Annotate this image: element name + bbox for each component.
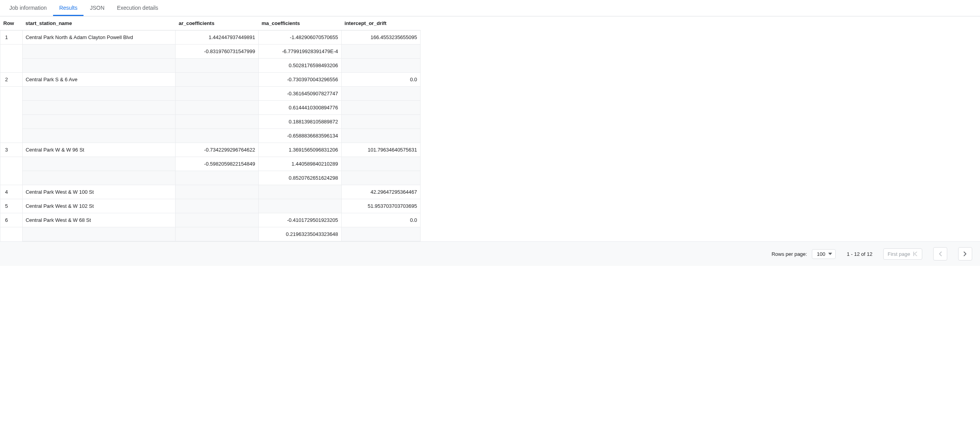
- cell-intercept-or-drift: [341, 171, 420, 185]
- row-number: [0, 129, 23, 143]
- cell-ar-coefficients: [176, 115, 259, 129]
- cell-ar-coefficients: [176, 87, 259, 101]
- cell-ma-coefficients: 0.1881398105889872: [258, 115, 341, 129]
- row-number: 5: [0, 199, 23, 213]
- table-row: 0.1881398105889872: [0, 115, 421, 129]
- cell-intercept-or-drift: [341, 101, 420, 115]
- col-intercept-or-drift[interactable]: intercept_or_drift: [341, 16, 420, 30]
- cell-start-station-name: [22, 59, 176, 73]
- col-ma-coefficients[interactable]: ma_coefficients: [258, 16, 341, 30]
- first-page-label: First page: [888, 251, 910, 257]
- cell-ar-coefficients: [176, 185, 259, 199]
- cell-ma-coefficients: -0.6588836683596134: [258, 129, 341, 143]
- cell-intercept-or-drift: [341, 129, 420, 143]
- col-start-station-name[interactable]: start_station_name: [22, 16, 176, 30]
- table-row: -0.59820598221548491.440589840210289: [0, 157, 421, 171]
- prev-page-button[interactable]: [933, 247, 947, 261]
- cell-ar-coefficients: [176, 199, 259, 213]
- cell-start-station-name: [22, 171, 176, 185]
- table-footer: Rows per page: 100 1 - 12 of 12 First pa…: [0, 241, 980, 266]
- first-page-icon: [913, 251, 918, 257]
- cell-ma-coefficients: -0.7303970043296556: [258, 73, 341, 87]
- cell-intercept-or-drift: [341, 157, 420, 171]
- results-table-wrap: Row start_station_name ar_coefficients m…: [0, 16, 421, 241]
- cell-ma-coefficients: [258, 199, 341, 213]
- cell-intercept-or-drift: 0.0: [341, 213, 420, 227]
- cell-start-station-name: [22, 129, 176, 143]
- cell-ar-coefficients: -0.8319760731547999: [176, 45, 259, 59]
- cell-intercept-or-drift: [341, 45, 420, 59]
- cell-ar-coefficients: [176, 73, 259, 87]
- chevron-left-icon: [938, 251, 942, 257]
- cell-start-station-name: [22, 101, 176, 115]
- cell-start-station-name: [22, 45, 176, 59]
- tab-job-information[interactable]: Job information: [3, 0, 53, 16]
- cell-ma-coefficients: -6.779919928391479E-4: [258, 45, 341, 59]
- cell-ma-coefficients: -0.3616450907827747: [258, 87, 341, 101]
- cell-ar-coefficients: [176, 227, 259, 241]
- cell-intercept-or-drift: 166.4553235655095: [341, 30, 420, 45]
- rows-per-page-select[interactable]: 100: [812, 249, 836, 259]
- cell-ar-coefficients: [176, 101, 259, 115]
- cell-ma-coefficients: 0.5028176598493206: [258, 59, 341, 73]
- table-row: 6Central Park West & W 68 St-0.410172950…: [0, 213, 421, 227]
- row-number: 1: [0, 30, 23, 45]
- cell-ar-coefficients: 1.442447937449891: [176, 30, 259, 45]
- table-row: -0.3616450907827747: [0, 87, 421, 101]
- cell-intercept-or-drift: [341, 59, 420, 73]
- table-row: 4Central Park West & W 100 St42.29647295…: [0, 185, 421, 199]
- results-table: Row start_station_name ar_coefficients m…: [0, 16, 421, 241]
- cell-start-station-name: Central Park S & 6 Ave: [22, 73, 176, 87]
- cell-start-station-name: Central Park West & W 102 St: [22, 199, 176, 213]
- row-number: [0, 227, 23, 241]
- table-row: 5Central Park West & W 102 St51.95370370…: [0, 199, 421, 213]
- tab-json[interactable]: JSON: [83, 0, 110, 16]
- col-ar-coefficients[interactable]: ar_coefficients: [176, 16, 259, 30]
- next-page-button[interactable]: [958, 247, 972, 261]
- row-number: [0, 101, 23, 115]
- table-row: -0.8319760731547999-6.779919928391479E-4: [0, 45, 421, 59]
- row-number: [0, 171, 23, 185]
- chevron-right-icon: [963, 251, 967, 257]
- cell-start-station-name: Central Park West & W 68 St: [22, 213, 176, 227]
- cell-start-station-name: Central Park North & Adam Clayton Powell…: [22, 30, 176, 45]
- rows-per-page-label: Rows per page:: [772, 251, 807, 257]
- cell-ar-coefficients: [176, 129, 259, 143]
- first-page-button[interactable]: First page: [883, 248, 922, 260]
- cell-ma-coefficients: -0.4101729501923205: [258, 213, 341, 227]
- table-row: 0.6144410300894776: [0, 101, 421, 115]
- cell-intercept-or-drift: 42.29647295364467: [341, 185, 420, 199]
- table-row: 3Central Park W & W 96 St-0.734229929676…: [0, 143, 421, 157]
- cell-ma-coefficients: -1.482906070570655: [258, 30, 341, 45]
- tab-execution-details[interactable]: Execution details: [111, 0, 165, 16]
- row-number: [0, 45, 23, 59]
- rows-per-page-value: 100: [817, 251, 826, 257]
- tab-results[interactable]: Results: [53, 0, 84, 16]
- table-row: 1Central Park North & Adam Clayton Powel…: [0, 30, 421, 45]
- row-number: 3: [0, 143, 23, 157]
- cell-intercept-or-drift: 0.0: [341, 73, 420, 87]
- row-number: [0, 59, 23, 73]
- cell-start-station-name: Central Park W & W 96 St: [22, 143, 176, 157]
- cell-ar-coefficients: -0.7342299296764622: [176, 143, 259, 157]
- row-number: [0, 87, 23, 101]
- cell-ma-coefficients: 0.21963235043323648: [258, 227, 341, 241]
- cell-ar-coefficients: [176, 59, 259, 73]
- cell-start-station-name: Central Park West & W 100 St: [22, 185, 176, 199]
- cell-intercept-or-drift: [341, 115, 420, 129]
- table-row: -0.6588836683596134: [0, 129, 421, 143]
- row-number: 4: [0, 185, 23, 199]
- row-number: [0, 157, 23, 171]
- rows-per-page-group: Rows per page: 100: [772, 249, 836, 259]
- row-number: 2: [0, 73, 23, 87]
- cell-ma-coefficients: [258, 185, 341, 199]
- cell-ar-coefficients: [176, 171, 259, 185]
- cell-intercept-or-drift: [341, 87, 420, 101]
- col-row[interactable]: Row: [0, 16, 23, 30]
- cell-ma-coefficients: 0.8520762651624298: [258, 171, 341, 185]
- table-row: 0.5028176598493206: [0, 59, 421, 73]
- cell-ma-coefficients: 1.3691565096831206: [258, 143, 341, 157]
- chevron-down-icon: [828, 253, 832, 255]
- cell-start-station-name: [22, 157, 176, 171]
- row-number: [0, 115, 23, 129]
